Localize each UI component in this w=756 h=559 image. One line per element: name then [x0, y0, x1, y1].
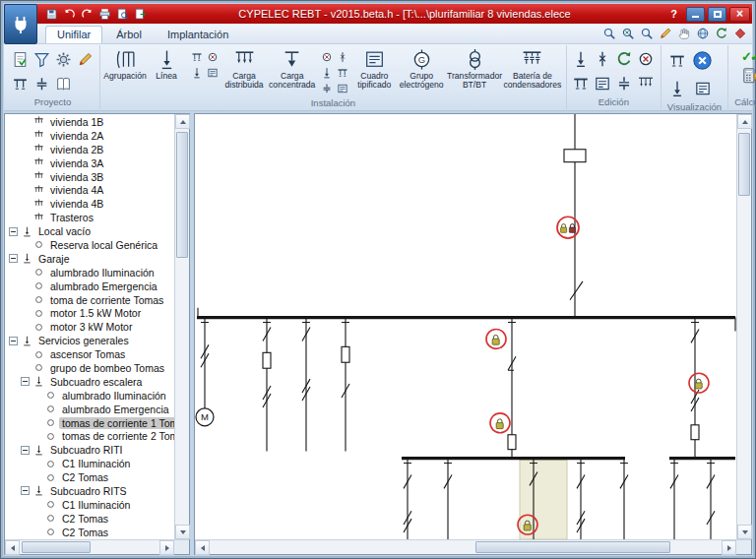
tree-item[interactable]: motor 3 kW Motor [5, 320, 174, 334]
switch-button[interactable] [319, 49, 334, 64]
scroll-track[interactable] [20, 540, 159, 554]
rotate-symbol-button[interactable] [637, 50, 655, 68]
tree-collapse-icon[interactable] [21, 486, 30, 495]
tab-unifilar[interactable]: Unifilar [45, 26, 102, 43]
breaker-button[interactable] [319, 65, 334, 80]
print-button[interactable] [96, 6, 112, 22]
zoom-window-button[interactable] [600, 26, 617, 41]
redo-button[interactable] [79, 6, 94, 22]
tree-item[interactable]: vivienda 1B [5, 115, 174, 129]
pan-button[interactable] [675, 26, 692, 41]
canvas-horizontal-scrollbar[interactable] [195, 539, 751, 554]
delete-symbol-button[interactable] [594, 50, 611, 68]
calculate-button[interactable] [741, 67, 756, 85]
tree-item[interactable]: Subcuadro RITS [5, 484, 174, 498]
zoom-previous-button[interactable] [638, 26, 655, 41]
zoom-extents-button[interactable] [619, 26, 636, 41]
tree-item[interactable]: C2 Tomas [5, 526, 174, 539]
scroll-down-button[interactable] [175, 525, 190, 539]
collapse-bus-button[interactable] [694, 80, 712, 97]
tree-item[interactable]: vivienda 4B [5, 197, 174, 211]
scroll-thumb[interactable] [22, 541, 91, 553]
scheme-button[interactable] [12, 76, 29, 93]
options-button[interactable] [55, 51, 72, 68]
tree-item[interactable]: C1 Iluminación [5, 498, 174, 512]
scroll-left-button[interactable] [195, 540, 210, 555]
scroll-left-button[interactable] [5, 540, 20, 555]
library-button[interactable] [55, 76, 72, 93]
project-data-button[interactable] [12, 51, 29, 68]
save-button[interactable] [43, 6, 59, 22]
insert-line-button[interactable] [189, 49, 204, 64]
insert-symbol-button[interactable] [572, 50, 590, 68]
redline-button[interactable] [657, 26, 673, 41]
scroll-down-button[interactable] [737, 525, 752, 539]
tree-item[interactable]: Trasteros [5, 211, 174, 224]
tree-item[interactable]: Reserva local Genérica [5, 238, 174, 252]
minimize-button[interactable] [686, 7, 705, 22]
move-line-button[interactable] [189, 65, 204, 80]
tree-item[interactable]: C1 Iluminación [5, 457, 174, 470]
scroll-up-button[interactable] [737, 114, 752, 129]
line-options-button[interactable] [205, 65, 220, 80]
tree-item[interactable]: vivienda 2B [5, 143, 174, 156]
canvas-vertical-scrollbar[interactable] [736, 114, 751, 539]
scroll-right-button[interactable] [159, 540, 174, 555]
tab-implantacion[interactable]: Implantación [156, 26, 240, 43]
maximize-button[interactable] [708, 7, 726, 22]
tree-item[interactable]: tomas de corriente 2 Tomas [5, 429, 174, 443]
delete-bus-button[interactable] [594, 75, 611, 93]
fuse-button[interactable] [335, 49, 349, 64]
update-button[interactable] [713, 26, 729, 41]
extend-bus-button[interactable] [615, 75, 633, 93]
tree-item[interactable]: C2 Tomas [5, 512, 174, 526]
resources-button[interactable] [731, 26, 748, 41]
transformador-btbt-button[interactable]: Transformador BT/BT [446, 47, 503, 92]
tree-vertical-scrollbar[interactable] [174, 114, 189, 539]
tree-item[interactable]: C2 Tomas [5, 470, 174, 484]
delete-line-button[interactable] [205, 49, 220, 64]
tree-item[interactable]: motor 1.5 kW Motor [5, 306, 174, 320]
scroll-thumb[interactable] [176, 132, 188, 258]
tree-item[interactable]: alumbrado Emergencia [5, 280, 174, 293]
tree-item[interactable]: vivienda 3A [5, 156, 174, 170]
differential-button[interactable] [335, 65, 349, 80]
tree-item[interactable]: vivienda 3B [5, 170, 174, 184]
project-tree[interactable]: vivienda 1Bvivienda 2Avivienda 2Bviviend… [5, 114, 174, 539]
titlebar[interactable]: CYPELEC REBT - v2015.beta.h - [T:\...\pl… [4, 4, 752, 24]
tree-item[interactable]: grupo de bombeo Tomas [5, 361, 174, 375]
scroll-right-button[interactable] [722, 540, 736, 555]
scroll-up-button[interactable] [175, 114, 190, 129]
expand-bus-button[interactable] [668, 80, 686, 97]
lock-marker[interactable] [486, 329, 506, 348]
close-button[interactable]: × [729, 7, 750, 22]
filter-button[interactable] [33, 51, 50, 68]
orbit-button[interactable] [694, 26, 711, 41]
tree-collapse-icon[interactable] [21, 446, 30, 455]
tree-item[interactable]: alumbrado Iluminación [5, 389, 174, 403]
tree-item[interactable]: Servicios generales [5, 334, 174, 347]
carga-concentrada-button[interactable]: Carga concentrada [267, 47, 317, 92]
tree-item[interactable]: Subcuadro escalera [5, 375, 174, 389]
tree-item[interactable]: alumbrado Iluminación [5, 266, 174, 280]
tree-item[interactable]: Local vacío [5, 224, 174, 238]
tree-horizontal-scrollbar[interactable] [5, 539, 189, 554]
motor-symbol[interactable]: M [196, 408, 214, 426]
linea-button[interactable]: Línea [146, 47, 187, 82]
tree-item[interactable]: vivienda 4A [5, 183, 174, 197]
help-button[interactable]: ? [664, 7, 683, 22]
scroll-thumb[interactable] [475, 541, 670, 553]
grupo-electrogeno-button[interactable]: Grupo electrógeno [397, 47, 446, 92]
move-symbol-button[interactable] [615, 50, 633, 68]
scroll-track[interactable] [737, 129, 751, 525]
tree-collapse-icon[interactable] [9, 254, 18, 263]
scroll-thumb[interactable] [738, 133, 750, 196]
agrupacion-button[interactable]: Agrupación [104, 47, 146, 82]
scroll-track[interactable] [210, 540, 722, 554]
cuadro-tipificado-button[interactable]: Cuadro tipificado [351, 47, 397, 92]
tree-item[interactable]: ascensor Tomas [5, 347, 174, 361]
tree-item[interactable]: Subcuadro RITI [5, 443, 174, 457]
scroll-track[interactable] [175, 129, 189, 525]
tree-item[interactable]: toma de corriente Tomas [5, 293, 174, 307]
hide-detail-button[interactable] [692, 50, 713, 71]
